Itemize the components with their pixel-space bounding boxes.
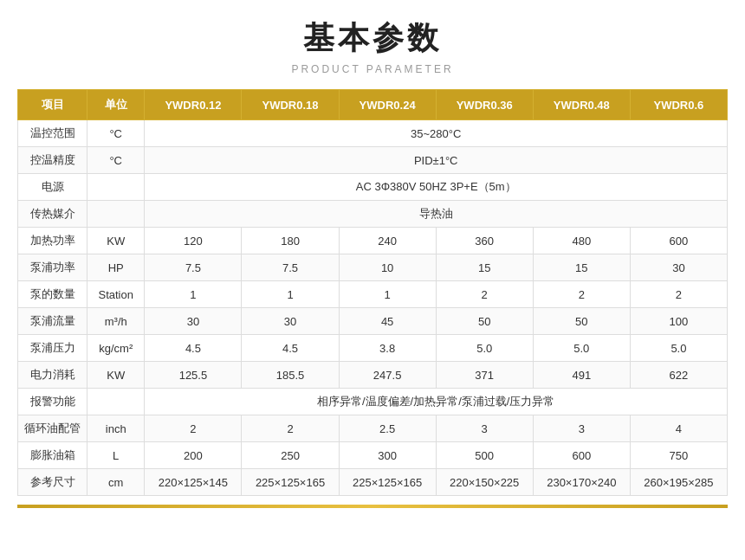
cell-data-13-4: 230×170×240 (533, 469, 630, 496)
cell-item-5: 泵浦功率 (18, 254, 87, 281)
table-row: 膨胀油箱L200250300500600750 (18, 442, 728, 469)
cell-data-11-4: 3 (533, 415, 630, 442)
cell-data-13-3: 220×150×225 (436, 469, 533, 496)
cell-data-8-2: 3.8 (339, 335, 436, 362)
cell-item-12: 膨胀油箱 (18, 442, 87, 469)
cell-unit-3 (87, 201, 145, 228)
cell-data-7-1: 30 (242, 308, 339, 335)
cell-data-11-1: 2 (242, 415, 339, 442)
cell-data-5-5: 30 (630, 254, 727, 281)
cell-unit-1: °C (87, 147, 145, 174)
cell-data-6-4: 2 (533, 281, 630, 308)
cell-data-4-2: 240 (339, 228, 436, 254)
cell-item-0: 温控范围 (18, 120, 87, 147)
cell-unit-7: m³/h (87, 308, 145, 335)
cell-data-11-5: 4 (630, 415, 727, 442)
cell-data-7-4: 50 (533, 308, 630, 335)
cell-data-11-0: 2 (145, 415, 242, 442)
cell-data-5-4: 15 (533, 254, 630, 281)
cell-data-5-2: 10 (339, 254, 436, 281)
cell-item-6: 泵的数量 (18, 281, 87, 308)
col-header-0: 项目 (18, 90, 87, 120)
cell-data-12-0: 200 (145, 442, 242, 469)
cell-merged-10: 相序异常/温度偏差/加热异常/泵浦过载/压力异常 (145, 389, 728, 415)
cell-data-13-1: 225×125×165 (242, 469, 339, 496)
cell-data-12-3: 500 (436, 442, 533, 469)
cell-unit-4: KW (87, 228, 145, 254)
cell-data-8-3: 5.0 (436, 335, 533, 362)
cell-data-7-0: 30 (145, 308, 242, 335)
cell-item-8: 泵浦压力 (18, 335, 87, 362)
cell-data-4-0: 120 (145, 228, 242, 254)
cell-data-4-5: 600 (630, 228, 727, 254)
param-table: 项目单位YWDR0.12YWDR0.18YWDR0.24YWDR0.36YWDR… (17, 89, 728, 496)
cell-data-4-1: 180 (242, 228, 339, 254)
cell-unit-5: HP (87, 254, 145, 281)
table-row: 传热媒介导热油 (18, 201, 728, 228)
col-header-6: YWDR0.48 (533, 90, 630, 120)
cell-data-5-1: 7.5 (242, 254, 339, 281)
cell-data-11-2: 2.5 (339, 415, 436, 442)
bottom-bar (17, 505, 728, 508)
cell-item-10: 报警功能 (18, 389, 87, 415)
cell-data-9-1: 185.5 (242, 362, 339, 389)
cell-data-8-1: 4.5 (242, 335, 339, 362)
table-row: 参考尺寸cm220×125×145225×125×165225×125×1652… (18, 469, 728, 496)
cell-data-7-3: 50 (436, 308, 533, 335)
table-row: 泵的数量Station111222 (18, 281, 728, 308)
cell-data-6-0: 1 (145, 281, 242, 308)
cell-item-1: 控温精度 (18, 147, 87, 174)
cell-data-9-5: 622 (630, 362, 727, 389)
cell-unit-10 (87, 389, 145, 415)
table-row: 泵浦流量m³/h3030455050100 (18, 308, 728, 335)
main-title: 基本参数 (303, 17, 442, 60)
table-row: 泵浦压力kg/cm²4.54.53.85.05.05.0 (18, 335, 728, 362)
cell-data-11-3: 3 (436, 415, 533, 442)
table-row: 电源AC 3Φ380V 50HZ 3P+E（5m） (18, 174, 728, 201)
col-header-2: YWDR0.12 (145, 90, 242, 120)
cell-data-4-3: 360 (436, 228, 533, 254)
cell-unit-2 (87, 174, 145, 201)
table-row: 控温精度°CPID±1°C (18, 147, 728, 174)
table-row: 温控范围°C35~280°C (18, 120, 728, 147)
cell-unit-0: °C (87, 120, 145, 147)
cell-data-13-2: 225×125×165 (339, 469, 436, 496)
cell-data-6-2: 1 (339, 281, 436, 308)
cell-data-12-5: 750 (630, 442, 727, 469)
cell-item-11: 循环油配管 (18, 415, 87, 442)
cell-data-6-1: 1 (242, 281, 339, 308)
col-header-3: YWDR0.18 (242, 90, 339, 120)
cell-merged-2: AC 3Φ380V 50HZ 3P+E（5m） (145, 174, 728, 201)
cell-unit-12: L (87, 442, 145, 469)
cell-data-6-3: 2 (436, 281, 533, 308)
cell-data-12-4: 600 (533, 442, 630, 469)
col-header-4: YWDR0.24 (339, 90, 436, 120)
cell-data-13-5: 260×195×285 (630, 469, 727, 496)
cell-item-9: 电力消耗 (18, 362, 87, 389)
cell-item-7: 泵浦流量 (18, 308, 87, 335)
table-row: 泵浦功率HP7.57.510151530 (18, 254, 728, 281)
cell-data-8-0: 4.5 (145, 335, 242, 362)
cell-merged-3: 导热油 (145, 201, 728, 228)
col-header-7: YWDR0.6 (630, 90, 727, 120)
cell-data-7-2: 45 (339, 308, 436, 335)
cell-data-8-4: 5.0 (533, 335, 630, 362)
cell-item-13: 参考尺寸 (18, 469, 87, 496)
cell-merged-0: 35~280°C (145, 120, 728, 147)
cell-data-5-3: 15 (436, 254, 533, 281)
col-header-5: YWDR0.36 (436, 90, 533, 120)
cell-data-12-2: 300 (339, 442, 436, 469)
cell-data-7-5: 100 (630, 308, 727, 335)
cell-data-9-4: 491 (533, 362, 630, 389)
col-header-1: 单位 (87, 90, 145, 120)
cell-item-3: 传热媒介 (18, 201, 87, 228)
table-row: 加热功率KW120180240360480600 (18, 228, 728, 254)
cell-unit-8: kg/cm² (87, 335, 145, 362)
cell-data-9-2: 247.5 (339, 362, 436, 389)
cell-data-5-0: 7.5 (145, 254, 242, 281)
cell-data-9-0: 125.5 (145, 362, 242, 389)
cell-unit-11: inch (87, 415, 145, 442)
cell-data-6-5: 2 (630, 281, 727, 308)
cell-unit-13: cm (87, 469, 145, 496)
cell-data-8-5: 5.0 (630, 335, 727, 362)
